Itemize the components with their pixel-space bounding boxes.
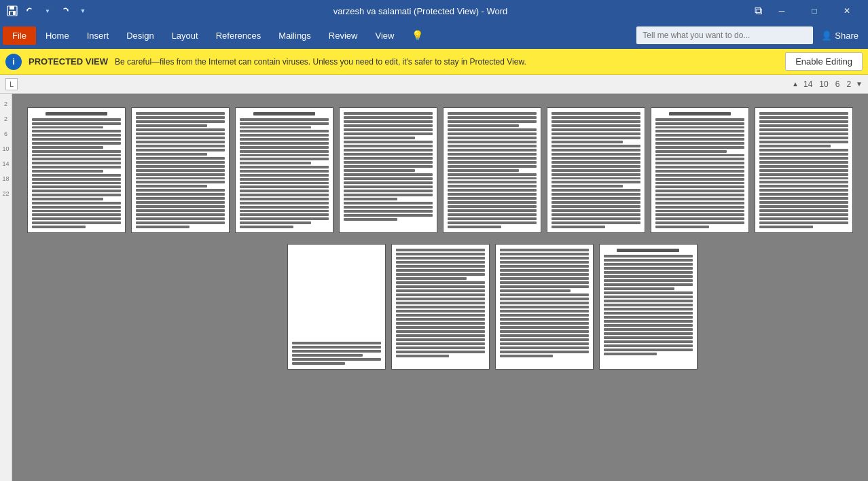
pages-grid: [39, 107, 841, 370]
share-button[interactable]: 👤 Share: [814, 28, 865, 43]
ruler-num-10: 10: [2, 141, 9, 156]
maximize-button[interactable]: □: [799, 0, 830, 22]
menu-review[interactable]: Review: [321, 26, 366, 45]
ruler-num-22: 22: [2, 186, 9, 201]
protected-label: PROTECTED VIEW: [29, 56, 108, 67]
menu-view[interactable]: View: [367, 26, 402, 45]
doc-page-2[interactable]: [131, 107, 230, 233]
doc-page-9[interactable]: [287, 244, 386, 370]
zoom-down-arrow[interactable]: ▼: [856, 80, 863, 88]
menu-references[interactable]: References: [208, 26, 269, 45]
title-text: varzesh va salamati (Protected View) - W…: [90, 6, 751, 16]
title-bar-left: ▼ ▼: [5, 4, 90, 18]
menu-home[interactable]: Home: [37, 26, 77, 45]
page-11-content: [496, 245, 593, 369]
doc-page-3[interactable]: [235, 107, 333, 233]
close-button[interactable]: ✕: [831, 0, 863, 22]
menu-insert[interactable]: Insert: [79, 26, 117, 45]
protected-icon: i: [5, 54, 22, 70]
svg-rect-1: [10, 6, 14, 10]
ruler-num-14: 14: [2, 156, 9, 171]
ruler-num-2a: 2: [4, 96, 7, 111]
share-icon: 👤: [821, 31, 832, 41]
ruler-num-6: 6: [4, 126, 7, 141]
search-bar: [636, 26, 813, 44]
share-label: Share: [835, 31, 858, 41]
redo-icon[interactable]: [58, 4, 72, 18]
tab-marker[interactable]: L: [5, 78, 18, 90]
undo-dropdown-icon[interactable]: ▼: [41, 4, 54, 18]
zoom-14[interactable]: 14: [801, 79, 814, 89]
protected-view-bar: i PROTECTED VIEW Be careful—files from t…: [0, 49, 868, 75]
doc-page-4[interactable]: [339, 107, 437, 233]
restore-icon[interactable]: ⧉: [751, 4, 765, 18]
page-7-content: [651, 108, 748, 232]
page-1-content: [28, 108, 125, 232]
minimize-button[interactable]: ─: [766, 0, 797, 22]
menu-design[interactable]: Design: [118, 26, 162, 45]
page-12-content: [600, 245, 697, 369]
zoom-2[interactable]: 2: [844, 79, 853, 89]
zoom-up-arrow[interactable]: ▲: [792, 80, 799, 88]
zoom-controls: ▲ 14 10 6 2 ▼: [792, 79, 863, 89]
doc-page-10[interactable]: [391, 244, 490, 370]
ruler-num-18: 18: [2, 171, 9, 186]
pages-row-2: [183, 244, 698, 370]
page-3-content: [236, 108, 333, 232]
save-icon[interactable]: [5, 4, 19, 18]
menu-layout[interactable]: Layout: [164, 26, 206, 45]
page-6-content: [547, 108, 645, 232]
page-10-content: [392, 245, 489, 369]
doc-page-5[interactable]: [443, 107, 541, 233]
undo-icon[interactable]: [23, 4, 37, 18]
menu-bar: File Home Insert Design Layout Reference…: [0, 22, 868, 49]
menu-help-icon[interactable]: 💡: [403, 26, 431, 45]
title-bar-right: ⧉ ─ □ ✕: [751, 0, 863, 22]
page-2-content: [132, 108, 229, 232]
doc-page-12[interactable]: [599, 244, 698, 370]
ruler-num-2b: 2: [4, 111, 7, 126]
doc-page-8[interactable]: [755, 107, 853, 233]
page-4-content: [340, 108, 437, 232]
doc-page-11[interactable]: [495, 244, 594, 370]
customize-icon[interactable]: ▼: [76, 4, 90, 18]
doc-page-6[interactable]: [547, 107, 645, 233]
zoom-10[interactable]: 10: [817, 79, 830, 89]
document-area[interactable]: [12, 94, 868, 481]
page-8-content: [755, 108, 852, 232]
main-content: 2 2 6 10 14 18 22: [0, 94, 868, 481]
search-input[interactable]: [636, 26, 813, 44]
ruler-area: L ▲ 14 10 6 2 ▼: [0, 75, 868, 94]
enable-editing-button[interactable]: Enable Editing: [785, 52, 863, 71]
menu-mailings[interactable]: Mailings: [270, 26, 319, 45]
protected-message: Be careful—files from the Internet can c…: [115, 57, 778, 67]
pages-row-1: [27, 107, 853, 233]
page-9-content: [288, 245, 385, 369]
left-ruler: 2 2 6 10 14 18 22: [0, 94, 12, 481]
doc-page-1[interactable]: [27, 107, 126, 233]
svg-rect-3: [10, 12, 13, 15]
menu-file[interactable]: File: [3, 26, 36, 45]
zoom-6[interactable]: 6: [833, 79, 842, 89]
doc-page-7[interactable]: [651, 107, 749, 233]
title-bar: ▼ ▼ varzesh va salamati (Protected View)…: [0, 0, 868, 22]
page-5-content: [444, 108, 541, 232]
